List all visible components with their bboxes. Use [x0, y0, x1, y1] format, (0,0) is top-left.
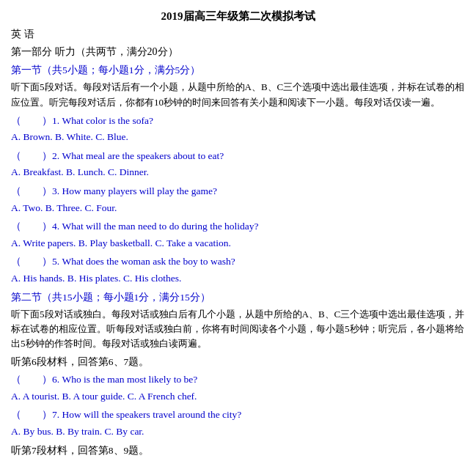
question-5: （ ）5. What does the woman ask the boy to…	[11, 254, 465, 270]
answer-4: A. Write papers. B. Play basketball. C. …	[11, 235, 465, 251]
subject-line: 英 语	[11, 26, 465, 43]
question-1: （ ）1. What color is the sofa?	[11, 113, 465, 129]
listen7-note: 听第7段材料，回答第8、9题。	[11, 443, 465, 459]
question-2: （ ）2. What meal are the speakers about t…	[11, 148, 465, 164]
section1-instruction: 听下面5段对话。每段对话后有一个小题，从题中所给的A、B、C三个选项中选出最佳选…	[11, 80, 465, 109]
question-6: （ ）6. Who is the man most likely to be?	[11, 372, 465, 388]
answer-5: A. His hands. B. His plates. C. His clot…	[11, 270, 465, 287]
part1-header: 第一部分 听力（共两节，满分20分）	[11, 44, 465, 60]
section2-instruction: 听下面5段对话或独白。每段对话或独白后有几个小题，从题中所给的A、B、C三个选项…	[11, 307, 465, 351]
answer-2: A. Breakfast. B. Lunch. C. Dinner.	[11, 164, 465, 180]
answer-3: A. Two. B. Three. C. Four.	[11, 200, 465, 216]
question-7: （ ）7. How will the speakers travel aroun…	[11, 407, 465, 423]
question-3: （ ）3. How many players will play the gam…	[11, 183, 465, 199]
section1-label: 第一节（共5小题；每小题1分，满分5分）	[11, 62, 465, 78]
answer-7: A. By bus. B. By train. C. By car.	[11, 424, 465, 440]
answer-1: A. Brown. B. White. C. Blue.	[11, 129, 465, 145]
question-4: （ ）4. What will the man need to do durin…	[11, 218, 465, 235]
exam-title: 2019届高三年级第二次模拟考试	[11, 7, 465, 25]
answer-6: A. A tourist. B. A tour guide. C. A Fren…	[11, 388, 465, 405]
section2-label: 第二节（共15小题；每小题1分，满分15分）	[11, 289, 465, 306]
listen6-note: 听第6段材料，回答第6、7题。	[11, 354, 465, 370]
